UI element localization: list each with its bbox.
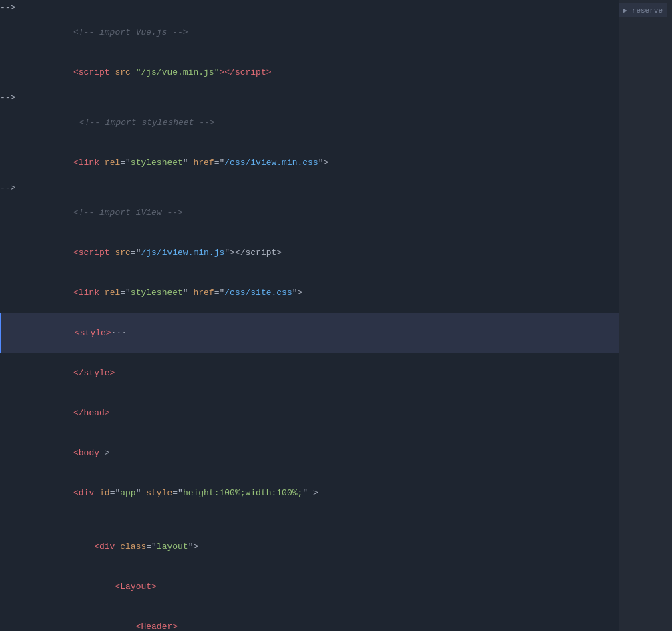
line-selected: <style>···: [0, 313, 619, 353]
line-content: <div id="app" style="height:100%;width:1…: [21, 473, 612, 513]
comment-text: <!-- import stylesheet -->: [79, 118, 215, 128]
line-content: </head>: [21, 393, 612, 433]
line: </style>: [0, 353, 619, 393]
line-content: <script src="/js/vue.min.js"></script>: [21, 53, 612, 93]
comment-text: <!-- import iView -->: [73, 208, 183, 218]
line: </head>: [0, 393, 619, 433]
tag-text: <div: [94, 542, 120, 552]
line-number: [0, 527, 21, 567]
line-number: [0, 103, 27, 143]
line-number: [0, 513, 21, 527]
line-number: [0, 567, 21, 607]
line-number: [0, 53, 21, 93]
line: <link rel="stylesheet" href="/css/site.c…: [0, 273, 619, 313]
line: <Layout>: [0, 567, 619, 607]
line-number: [0, 473, 21, 513]
line-content: [21, 513, 612, 527]
line-number: [0, 193, 21, 233]
code-lines: --> <!-- import Vue.js --> <script src="…: [0, 0, 619, 631]
line-content: </style>: [21, 353, 612, 393]
comment-text: <!-- import Vue.js -->: [73, 27, 188, 37]
line-number: [0, 233, 21, 273]
line: <script src="/js/vue.min.js"></script>: [0, 53, 619, 93]
line-content: <!-- import iView -->: [21, 193, 612, 233]
line: <!-- import Vue.js -->: [0, 13, 619, 53]
line-number: [0, 143, 21, 183]
tag-text: <link: [73, 158, 105, 168]
line: <script src="/js/iview.min.js"></script>: [0, 233, 619, 273]
line-content: <link rel="stylesheet" href="/css/site.c…: [21, 273, 612, 313]
link-text: /css/iview.min.css: [224, 158, 318, 168]
tag-text: <Header>: [136, 622, 178, 631]
link-text: /css/site.css: [224, 288, 292, 298]
tag-text: <Layout>: [115, 582, 156, 592]
line-content: <body >: [21, 433, 612, 473]
line: <body >: [0, 433, 619, 473]
tag-text: <div: [73, 488, 99, 498]
line-content: <div class="layout">: [21, 527, 612, 567]
line-number: [0, 353, 21, 393]
line-number: [0, 433, 21, 473]
line-content: <script src="/js/iview.min.js"></script>: [21, 233, 612, 273]
line-content: <style>···: [23, 313, 612, 353]
line-content: <Header>: [21, 607, 612, 631]
attr-text: src: [115, 67, 130, 77]
tag-text: <script: [73, 67, 115, 77]
line: <!-- import stylesheet -->: [0, 103, 619, 143]
tag-text: </head>: [73, 408, 110, 418]
reserve-button[interactable]: ▶ reserve: [619, 3, 667, 17]
line-content: <Layout>: [21, 567, 612, 607]
tag-text: <style>: [75, 328, 111, 338]
line: <Header>: [0, 607, 619, 631]
line-content: <!-- import Vue.js -->: [21, 13, 612, 53]
line-number: [0, 13, 21, 53]
line: <div id="app" style="height:100%;width:1…: [0, 473, 619, 513]
right-panel: ▶ reserve: [619, 0, 672, 631]
line-number: [0, 393, 21, 433]
line-number: [0, 607, 21, 631]
tag-text: <script: [73, 248, 115, 258]
editor-container: --> <!-- import Vue.js --> <script src="…: [0, 0, 672, 631]
link-text: /js/iview.min.js: [141, 248, 224, 258]
line-number: [0, 273, 21, 313]
line: [0, 513, 619, 527]
line: <div class="layout">: [0, 527, 619, 567]
line-number: [1, 313, 23, 353]
tag-text: <link: [73, 288, 105, 298]
code-area[interactable]: --> <!-- import Vue.js --> <script src="…: [0, 0, 619, 631]
line: <link rel="stylesheet" href="/css/iview.…: [0, 143, 619, 183]
line: <!-- import iView -->: [0, 193, 619, 233]
line-content: <link rel="stylesheet" href="/css/iview.…: [21, 143, 612, 183]
tag-text: </style>: [73, 368, 115, 378]
attr-val-text: "/js/vue.min.js": [136, 67, 220, 77]
line-content: <!-- import stylesheet -->: [27, 103, 612, 143]
tag-text: <body: [73, 448, 105, 458]
